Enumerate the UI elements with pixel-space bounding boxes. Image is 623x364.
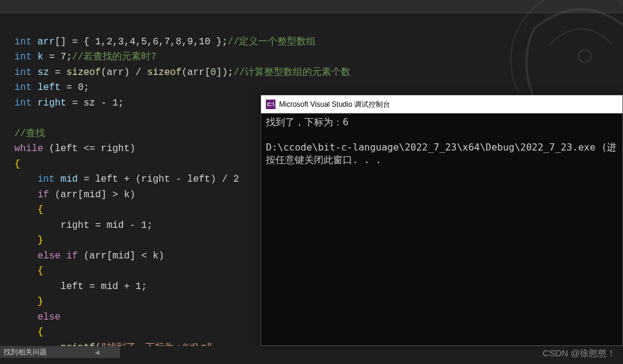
- code-text: [] = { 1,2,3,4,5,6,7,8,9,10 };: [55, 37, 227, 47]
- keyword: while: [14, 143, 43, 154]
- brace: }: [14, 296, 43, 307]
- console-titlebar[interactable]: C:\ Microsoft Visual Studio 调试控制台: [261, 95, 622, 113]
- keyword: int: [14, 98, 32, 109]
- brace: {: [14, 266, 43, 276]
- status-bar[interactable]: 找到相关问题 ◀: [0, 346, 120, 358]
- console-line: 找到了，下标为：6: [266, 116, 349, 128]
- code-text: (left <= right): [43, 143, 136, 154]
- keyword: int: [14, 37, 32, 47]
- code-text: left = mid + 1;: [14, 281, 147, 292]
- string: ": [206, 342, 212, 347]
- keyword: else if: [37, 251, 77, 261]
- console-line: D:\ccode\bit-c-language\2022_7_23\x64\De…: [266, 142, 616, 153]
- editor-tabstrip: [0, 0, 623, 13]
- keyword: if: [37, 189, 49, 200]
- keyword: int: [14, 52, 32, 62]
- keyword: int: [14, 82, 32, 93]
- comment: //计算整型数组的元素个数: [233, 67, 351, 78]
- identifier: arr: [37, 37, 55, 47]
- escape: \n: [195, 342, 206, 347]
- identifier: mid: [55, 174, 77, 185]
- brace: {: [14, 159, 20, 170]
- status-text: 找到相关问题: [4, 347, 47, 357]
- keyword: int: [14, 67, 32, 78]
- code-text: = left + (right - left) / 2: [78, 174, 239, 185]
- code-text: ]);: [216, 67, 233, 78]
- code-text: ,: [212, 342, 218, 347]
- vs-icon: C:\: [266, 100, 275, 109]
- function: sizeof: [66, 67, 101, 78]
- brace: }: [14, 235, 43, 246]
- code-text: =: [49, 67, 67, 78]
- chevron-left-icon[interactable]: ◀: [95, 349, 100, 356]
- identifier: left: [37, 82, 60, 93]
- code-text: (arr): [101, 67, 130, 78]
- code-text: = 7;: [43, 52, 72, 62]
- brace: {: [14, 204, 43, 215]
- brace: {: [14, 327, 43, 338]
- keyword: else: [37, 312, 60, 323]
- code-text: (arr[: [181, 67, 210, 78]
- identifier: right: [37, 98, 66, 109]
- code-text: = 0;: [61, 82, 89, 93]
- identifier: k: [37, 52, 43, 62]
- comment: //若查找的元素时7: [72, 52, 157, 62]
- console-line: 按任意键关闭此窗口. . .: [266, 154, 381, 166]
- console-title: Microsoft Visual Studio 调试控制台: [279, 100, 390, 110]
- code-text: right = mid - 1;: [14, 220, 152, 231]
- console-output[interactable]: 找到了，下标为：6 D:\ccode\bit-c-language\2022_7…: [261, 113, 622, 169]
- debug-console-window[interactable]: C:\ Microsoft Visual Studio 调试控制台 找到了，下标…: [260, 95, 623, 346]
- code-text: (arr[mid] > k): [49, 189, 136, 200]
- function: sizeof: [147, 67, 182, 78]
- identifier: sz: [37, 67, 49, 78]
- code-text: (arr[mid] < k): [78, 251, 164, 261]
- comment: //定义一个整型数组: [227, 37, 316, 47]
- code-text: /: [130, 67, 147, 78]
- code-text: = sz - 1;: [66, 98, 124, 109]
- comment: //查找: [14, 128, 45, 139]
- watermark: CSDN @徐憨憨！: [543, 348, 616, 359]
- number: 0: [211, 67, 217, 78]
- keyword: int: [37, 174, 55, 185]
